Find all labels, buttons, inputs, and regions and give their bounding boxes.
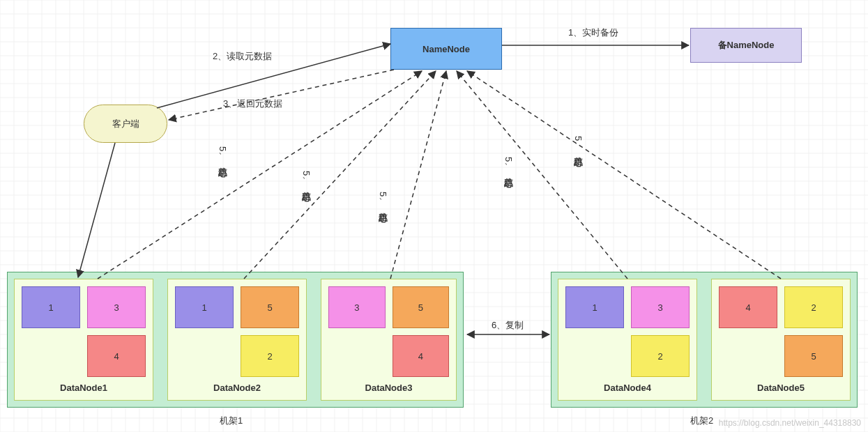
dn1-block-4: 4	[87, 335, 146, 377]
dn1-block-1: 1	[22, 286, 80, 328]
datanode2-box: 1 5 2 DataNode2	[167, 279, 307, 401]
svg-line-7	[457, 71, 627, 279]
datanode3-label: DataNode3	[328, 383, 449, 393]
watermark-text: https://blog.csdn.net/weixin_44318830	[719, 418, 861, 428]
secondary-namenode-box: 备NameNode	[690, 28, 802, 63]
svg-line-2	[169, 70, 394, 120]
client-label: 客户端	[112, 118, 139, 130]
dn5-block-5: 5	[784, 335, 843, 377]
label-return-metadata: 3、返回元数据	[223, 98, 282, 110]
dn3-block-4: 4	[393, 335, 450, 377]
label-heartbeat-dn3: 5、心跳信息	[376, 192, 389, 206]
datanode5-box: 4 2 5 DataNode5	[711, 279, 851, 401]
dn2-block-1: 1	[175, 286, 234, 328]
rack1-label: 机架1	[220, 415, 243, 427]
dn3-block-3: 3	[328, 286, 386, 328]
label-realtime-backup: 1、实时备份	[568, 26, 618, 39]
datanode1-box: 1 3 4 DataNode1	[14, 279, 153, 401]
namenode-box: NameNode	[390, 28, 502, 70]
datanode3-box: 3 5 4 DataNode3	[321, 279, 457, 401]
datanode2-label: DataNode2	[175, 383, 299, 393]
datanode5-blocks: 4 2 5	[719, 286, 843, 377]
dn4-block-2: 2	[631, 335, 690, 377]
label-replication: 6、复制	[492, 319, 524, 332]
dn5-block-4: 4	[719, 286, 777, 328]
svg-line-3	[78, 143, 115, 277]
label-heartbeat-dn4: 5、心跳信息	[502, 157, 515, 171]
client-box: 客户端	[84, 105, 167, 143]
datanode4-label: DataNode4	[565, 383, 690, 393]
dn5-block-2: 2	[784, 286, 843, 328]
dn2-block-5: 5	[241, 286, 299, 328]
dn3-block-5: 5	[393, 286, 450, 328]
datanode3-blocks: 3 5 4	[328, 286, 449, 377]
datanode4-blocks: 1 3 2	[565, 286, 690, 377]
dn4-block-3: 3	[631, 286, 690, 328]
datanode1-blocks: 1 3 4	[22, 286, 146, 377]
dn2-block-2: 2	[241, 335, 299, 377]
label-heartbeat-dn5: 5、心跳信息	[572, 136, 584, 150]
datanode4-box: 1 3 2 DataNode4	[558, 279, 697, 401]
label-heartbeat-dn2: 5、心跳信息	[300, 171, 312, 185]
datanode5-label: DataNode5	[719, 383, 843, 393]
label-read-metadata: 2、读取元数据	[213, 50, 272, 63]
datanode2-blocks: 1 5 2	[175, 286, 299, 377]
svg-line-8	[467, 71, 781, 279]
secondary-namenode-label: 备NameNode	[718, 39, 775, 52]
rack2-label: 机架2	[690, 415, 713, 427]
datanode1-label: DataNode1	[22, 383, 146, 393]
dn1-block-3: 3	[87, 286, 146, 328]
namenode-label: NameNode	[422, 44, 470, 54]
label-heartbeat-dn1: 5、心跳信息	[216, 146, 229, 160]
dn4-block-1: 1	[565, 286, 624, 328]
svg-line-6	[390, 71, 446, 279]
